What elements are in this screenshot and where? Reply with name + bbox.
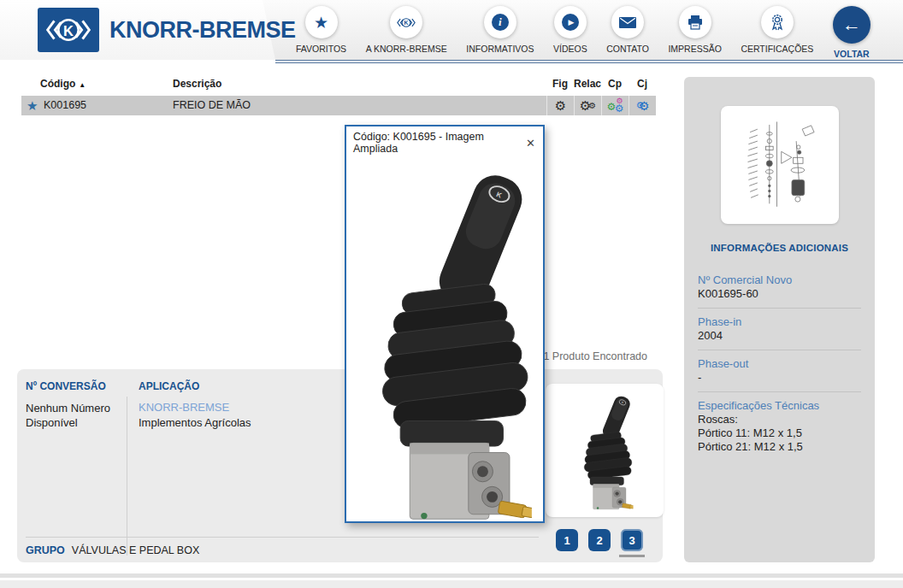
nav-label: INFORMATIVOS	[466, 44, 534, 54]
play-icon: ▶	[562, 14, 579, 31]
row-codigo: K001695	[44, 96, 86, 115]
group-label: GRUPO	[26, 544, 65, 556]
modal-title: Código: K001695 - Imagem Ampliada	[353, 131, 525, 155]
field-value: 2004	[698, 329, 861, 343]
application-title: APLICAÇÃO	[139, 380, 199, 392]
group-divider	[26, 537, 539, 538]
modal-titlebar: Código: K001695 - Imagem Ampliada ✕	[346, 126, 543, 156]
back-arrow-icon: ←	[842, 14, 861, 36]
detail-panel: Nº CONVERSÃO Nenhum Número Disponível AP…	[17, 369, 663, 562]
conversion-text: Nenhum Número Disponível	[26, 401, 110, 430]
column-cp: Cp	[601, 78, 629, 90]
field-value-line: Roscas:	[698, 413, 861, 426]
star-icon: ★	[314, 15, 328, 31]
nav-label: FAVORITOS	[296, 44, 346, 54]
nav-item-videos[interactable]: ▶ VÍDEOS	[553, 6, 587, 59]
relac-button[interactable]: ⚙⚙	[574, 96, 601, 115]
footer-strip-bottom	[0, 580, 903, 588]
pagination: 1 2 3	[556, 529, 643, 551]
field-value: -	[698, 371, 861, 385]
nav-label: VÍDEOS	[553, 44, 587, 54]
field-label[interactable]: Phase-out	[698, 356, 861, 371]
column-cj: Cj	[629, 78, 656, 90]
rosette-icon	[770, 14, 785, 31]
additional-info-sidebar: INFORMAÇÕES ADICIONAIS Nº Comercial Novo…	[684, 77, 875, 562]
product-large-image	[356, 158, 534, 522]
info-icon: i	[492, 14, 509, 31]
application-segment: Implementos Agrícolas	[139, 416, 251, 429]
panel-vertical-divider	[127, 397, 127, 556]
group-value: VÁLVULAS E PEDAL BOX	[72, 544, 199, 556]
knorr-emblem-icon	[393, 14, 419, 32]
fig-button[interactable]: ⚙	[546, 96, 574, 115]
nav-item-informativos[interactable]: i INFORMATIVOS	[466, 6, 534, 59]
field-value: K001695-60	[698, 287, 861, 301]
exploded-diagram-image	[728, 113, 832, 217]
group-row: GRUPOVÁLVULAS E PEDAL BOX	[26, 544, 199, 556]
column-fig: Fig	[546, 78, 574, 90]
header: KNORR-BREMSE ★ FAVORITOS A KNORR-BREMSE …	[0, 0, 903, 60]
field-value-line: Pórtico 11: M12 x 1,5	[698, 426, 861, 440]
back-button[interactable]: ← VOLTAR	[833, 6, 871, 59]
nav-label: IMPRESSÃO	[668, 44, 721, 54]
sidebar-fields: Nº Comercial Novo K001695-60 Phase-in 20…	[698, 267, 861, 461]
field-label[interactable]: Especificações Técnicas	[698, 398, 861, 413]
close-icon[interactable]: ✕	[525, 137, 536, 150]
field-comercial-novo: Nº Comercial Novo K001695-60	[698, 267, 861, 309]
product-thumbnail[interactable]	[546, 384, 664, 517]
table-row[interactable]: ★ K001695 FREIO DE MÃO ⚙ ⚙⚙ ⚙ ⚙ ⚙ ⚙ ⚙	[21, 96, 656, 115]
nav-item-certificacoes[interactable]: CERTIFICAÇÕES	[741, 6, 813, 59]
nav-label: CONTATO	[606, 44, 649, 54]
envelope-icon	[619, 17, 636, 28]
image-zoom-modal: Código: K001695 - Imagem Ampliada ✕	[345, 125, 545, 523]
nav-item-a-knorr-bremse[interactable]: A KNORR-BREMSE	[366, 6, 447, 59]
sidebar-title: INFORMAÇÕES ADICIONAIS	[684, 243, 875, 253]
relations-gear-small-icon: ⚙	[588, 102, 596, 110]
column-descricao[interactable]: Descrição	[173, 78, 221, 90]
cp-button[interactable]: ⚙ ⚙ ⚙	[601, 96, 629, 115]
sort-asc-icon: ▲	[79, 81, 86, 89]
field-phase-in: Phase-in 2004	[698, 309, 861, 350]
nav-label: A KNORR-BREMSE	[366, 44, 447, 54]
product-thumbnail-image	[575, 391, 634, 510]
exploded-diagram-card[interactable]	[721, 106, 839, 224]
nav-item-impressao[interactable]: IMPRESSÃO	[668, 6, 721, 59]
table-header: Código▲ Descrição Fig Relac Cp Cj	[21, 78, 656, 93]
field-especificacoes: Especificações Técnicas Roscas: Pórtico …	[698, 392, 861, 461]
field-value-line: Pórtico 21: M12 x 1,5	[698, 440, 861, 454]
cj-button[interactable]: ⚙ ⚙	[629, 96, 656, 115]
brand-wordmark: KNORR-BREMSE	[109, 17, 296, 44]
column-relac: Relac	[574, 78, 601, 90]
figure-gear-icon: ⚙	[555, 99, 566, 112]
printer-icon	[688, 15, 703, 30]
components-gears-icon: ⚙ ⚙ ⚙	[607, 97, 624, 114]
assembly-gears-icon: ⚙ ⚙	[634, 97, 652, 114]
field-phase-out: Phase-out -	[698, 350, 861, 392]
favorite-star-icon[interactable]: ★	[27, 96, 38, 115]
modal-image-area	[346, 156, 543, 524]
back-label: VOLTAR	[834, 49, 870, 59]
page-button-2[interactable]: 2	[588, 529, 611, 551]
page-button-3[interactable]: 3	[621, 529, 643, 551]
header-divider	[275, 60, 903, 63]
conversion-title: Nº CONVERSÃO	[26, 380, 106, 392]
application-brand-link[interactable]: KNORR-BREMSE	[139, 401, 229, 414]
top-navigation: ★ FAVORITOS A KNORR-BREMSE i INFORMATIVO…	[282, 6, 894, 59]
nav-item-contato[interactable]: CONTATO	[606, 6, 649, 59]
nav-item-favoritos[interactable]: ★ FAVORITOS	[296, 6, 346, 59]
brand-logo[interactable]: KNORR-BREMSE	[38, 8, 296, 52]
footer-strip-top	[0, 573, 903, 578]
field-label[interactable]: Nº Comercial Novo	[698, 273, 861, 287]
page-button-1[interactable]: 1	[556, 529, 578, 551]
knorr-bremse-emblem-icon	[38, 8, 99, 52]
row-descricao: FREIO DE MÃO	[173, 96, 251, 115]
column-codigo[interactable]: Código▲	[40, 78, 86, 90]
field-label[interactable]: Phase-in	[698, 315, 861, 329]
nav-label: CERTIFICAÇÕES	[741, 44, 813, 54]
